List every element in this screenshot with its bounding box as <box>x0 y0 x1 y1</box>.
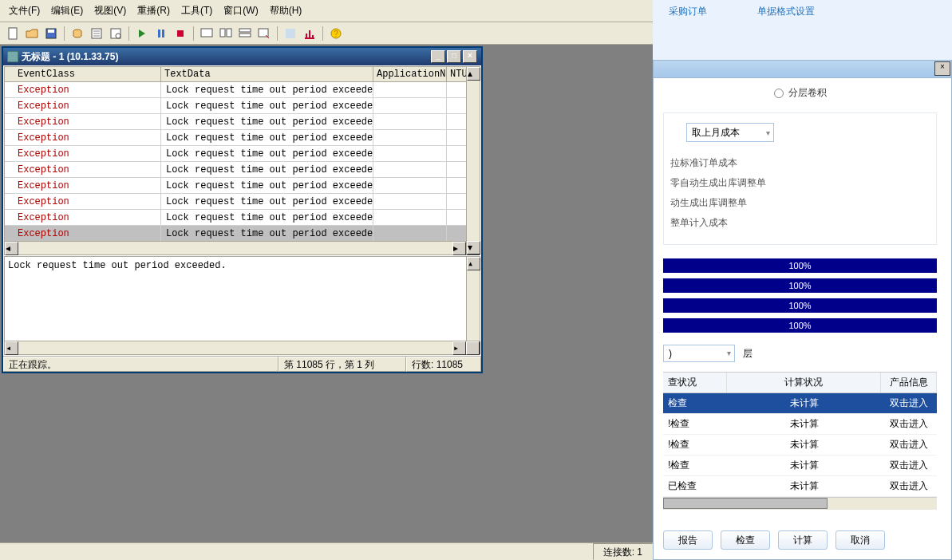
status-row[interactable]: 检查未计算双击进入 <box>663 393 937 414</box>
level-combo-value: ) <box>669 348 672 359</box>
svg-rect-13 <box>239 29 251 32</box>
scroll-up-icon[interactable]: ▴ <box>467 257 480 270</box>
check-button[interactable]: 检查 <box>721 530 770 550</box>
status-table: 查状况 计算状况 产品信息 检查未计算双击进入!检查未计算双击进入!检查未计算双… <box>663 372 937 523</box>
svg-rect-11 <box>220 29 225 37</box>
status-tracing: 正在跟踪。 <box>3 357 278 372</box>
status-row[interactable]: !检查未计算双击进入 <box>663 414 937 435</box>
grid-row[interactable]: ExceptionLock request time out period ex… <box>5 130 480 146</box>
status-table-body[interactable]: 检查未计算双击进入!检查未计算双击进入!检查未计算双击进入!检查未计算双击进入已… <box>663 393 937 497</box>
close-button[interactable]: × <box>463 50 477 63</box>
status-row[interactable]: !检查未计算双击进入 <box>663 435 937 455</box>
grid-row[interactable]: ExceptionLock request time out period ex… <box>5 82 480 98</box>
grid-body[interactable]: ExceptionLock request time out period ex… <box>5 82 480 241</box>
status-row[interactable]: 已检查未计算双击进入 <box>663 476 937 497</box>
right-panel-titlebar[interactable]: × <box>654 61 951 78</box>
maximize-button[interactable]: □ <box>447 50 461 63</box>
scroll-right-icon[interactable]: ▸ <box>452 242 466 255</box>
col-textdata[interactable]: TextData <box>161 67 373 81</box>
help-icon[interactable]: ? <box>327 25 345 42</box>
grid-row[interactable]: ExceptionLock request time out period ex… <box>5 194 480 210</box>
play-icon[interactable] <box>133 25 151 42</box>
radio-layered[interactable]: 分层卷积 <box>663 86 937 100</box>
grid-row[interactable]: ExceptionLock request time out period ex… <box>5 162 480 178</box>
menu-tools[interactable]: 工具(T) <box>176 2 217 19</box>
menu-replay[interactable]: 重播(R) <box>132 2 175 19</box>
filter-icon[interactable] <box>107 25 124 42</box>
scroll-left-icon[interactable]: ◂ <box>5 242 18 255</box>
report-button[interactable]: 报告 <box>663 530 713 550</box>
option-item: 动生成出库调整单 <box>670 193 930 213</box>
status-table-hscroll[interactable] <box>663 497 937 510</box>
option-item: 零自动生成出库调整单 <box>670 173 930 193</box>
svg-rect-19 <box>7 51 18 62</box>
export-icon[interactable] <box>282 25 299 42</box>
right-panel-buttons: 报告检查计算取消 <box>663 523 937 559</box>
detail-pane: Lock request time out period exceeded. ▴… <box>4 256 480 355</box>
new-icon[interactable] <box>4 25 22 42</box>
window-titlebar[interactable]: 无标题 - 1 (10.1.33.75) _ □ × <box>3 48 481 65</box>
save-icon[interactable] <box>42 25 60 42</box>
col-eventclass[interactable]: EventClass <box>5 67 161 81</box>
level-label: 层 <box>743 347 753 361</box>
grid-row[interactable]: ExceptionLock request time out period ex… <box>5 98 480 114</box>
window2-icon[interactable] <box>217 25 235 42</box>
scroll-up-icon[interactable]: ▴ <box>467 67 480 81</box>
radio-icon[interactable] <box>774 89 784 98</box>
scroll-down-icon[interactable]: ▾ <box>467 241 480 254</box>
window3-icon[interactable] <box>236 25 254 42</box>
detail-vscroll[interactable]: ▴ ▾ <box>466 257 480 354</box>
db-icon[interactable] <box>69 25 86 42</box>
chart-icon[interactable] <box>301 25 318 42</box>
col-prod[interactable]: 产品信息 <box>881 373 937 392</box>
svg-point-6 <box>116 34 120 38</box>
grid-row[interactable]: ExceptionLock request time out period ex… <box>5 114 480 130</box>
menu-help[interactable]: 帮助(H) <box>265 2 307 19</box>
svg-rect-0 <box>9 28 17 39</box>
window-title: 无标题 - 1 (10.1.33.75) <box>22 50 118 64</box>
menu-window[interactable]: 窗口(W) <box>219 2 263 19</box>
grid-row[interactable]: ExceptionLock request time out period ex… <box>5 178 480 194</box>
cancel-button[interactable]: 取消 <box>835 530 885 550</box>
col-check[interactable]: 查状况 <box>663 373 727 392</box>
cost-combo[interactable]: 取上月成本 <box>686 123 774 142</box>
menu-file[interactable]: 文件(F) <box>4 2 45 19</box>
grid-vscroll[interactable]: ▴ ▾ <box>466 67 480 254</box>
grid-hscroll[interactable]: ◂ ▸ <box>5 241 480 254</box>
menu-view[interactable]: 视图(V) <box>89 2 131 19</box>
stop-icon[interactable] <box>172 25 189 42</box>
status-rowcount: 行数: 11085 <box>406 357 481 372</box>
status-position: 第 11085 行，第 1 列 <box>278 357 406 372</box>
calc-button[interactable]: 计算 <box>778 530 828 550</box>
window1-icon[interactable] <box>198 25 215 42</box>
link-format[interactable]: 单据格式设置 <box>757 6 815 17</box>
grid-row[interactable]: ExceptionLock request time out period ex… <box>5 146 480 162</box>
props-icon[interactable] <box>88 25 105 42</box>
open-icon[interactable] <box>23 25 41 42</box>
grid-row[interactable]: ExceptionLock request time out period ex… <box>5 210 480 226</box>
link-po[interactable]: 采购订单 <box>669 6 707 17</box>
connection-count: 连接数: 1 <box>593 543 653 560</box>
svg-rect-7 <box>158 30 160 37</box>
col-calc[interactable]: 计算状况 <box>727 373 881 392</box>
col-application[interactable]: ApplicationName <box>373 67 447 81</box>
grid-row[interactable]: ExceptionLock request time out period ex… <box>5 226 480 241</box>
level-combo[interactable]: ) <box>663 345 735 362</box>
radio-label: 分层卷积 <box>788 86 827 100</box>
svg-text:?: ? <box>334 30 338 38</box>
minimize-button[interactable]: _ <box>431 50 445 63</box>
find-icon[interactable] <box>255 25 273 42</box>
close-icon[interactable]: × <box>934 61 950 76</box>
status-row[interactable]: !检查未计算双击进入 <box>663 455 937 476</box>
status-table-header: 查状况 计算状况 产品信息 <box>663 373 937 393</box>
progress-bar: 100% <box>663 318 937 333</box>
progress-bar: 100% <box>663 258 937 273</box>
combo-value: 取上月成本 <box>692 126 740 140</box>
progress-bar: 100% <box>663 278 937 293</box>
svg-rect-14 <box>239 34 251 37</box>
pause-icon[interactable] <box>152 25 170 42</box>
menu-edit[interactable]: 编辑(E) <box>46 2 88 19</box>
app-statusbar: 连接数: 1 <box>0 542 653 560</box>
detail-hscroll[interactable]: ◂▸ <box>5 341 480 354</box>
option-list: 拉标准订单成本零自动生成出库调整单动生成出库调整单整单计入成本 <box>670 153 930 233</box>
